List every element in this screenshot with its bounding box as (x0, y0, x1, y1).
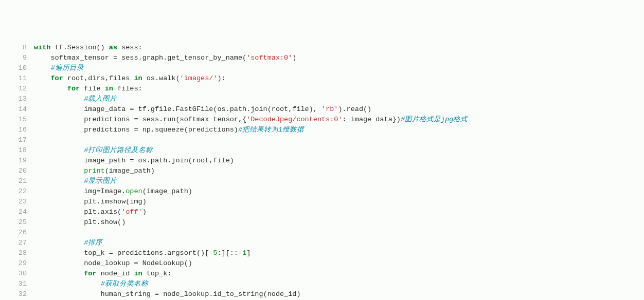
line-number: 15 (0, 115, 27, 125)
line-number: 18 (0, 145, 27, 156)
code-token: plt.imshow(img) (34, 198, 147, 205)
code-token: human_string = node_lookup.id_to_string(… (34, 290, 300, 298)
code-token: ): (218, 74, 226, 82)
code-line (34, 135, 644, 145)
code-token: 'softmax:0' (246, 54, 292, 62)
code-token: root,dirs,files (63, 74, 134, 82)
code-line: top_k = predictions.argsort()[-5:][::-1] (34, 248, 644, 258)
code-line: with tf.Session() as sess: (34, 43, 644, 53)
code-line: predictions = np.squeeze(predictions)#把结… (34, 125, 644, 135)
code-token: in (105, 85, 113, 92)
code-token: node_id (97, 270, 134, 277)
code-token (34, 239, 84, 247)
line-number: 26 (0, 228, 27, 238)
code-token: #把结果转为1维数据 (238, 126, 304, 134)
code-token: ) (292, 54, 296, 62)
code-token (34, 64, 50, 72)
code-line: #获取分类名称 (34, 279, 644, 289)
code-token (34, 177, 84, 185)
code-token: in (134, 74, 142, 82)
code-token (34, 85, 67, 92)
code-token: as (109, 44, 117, 51)
code-line: print(image_path) (34, 166, 644, 176)
line-number: 22 (0, 186, 27, 197)
code-token: predictions = sess.run(softmax_tensor,{ (34, 116, 246, 123)
code-token: 1 (242, 249, 246, 257)
code-line: human_string = node_lookup.id_to_string(… (34, 289, 644, 299)
code-token (34, 146, 84, 154)
code-token: 'images/' (180, 74, 218, 82)
code-token: softmax_tensor = sess.graph.get_tensor_b… (34, 54, 246, 62)
code-token: 'off' (121, 208, 142, 216)
line-number: 21 (0, 176, 27, 186)
code-line: image_data = tf.gfile.FastGFile(os.path.… (34, 104, 644, 115)
code-line: for node_id in top_k: (34, 269, 644, 279)
code-token: image_path = os.path.join(root,file) (34, 157, 234, 164)
code-token: print (84, 167, 105, 175)
code-token: img=Image. (34, 188, 126, 195)
code-token: tf.Session() (50, 44, 109, 51)
code-line: plt.show() (34, 217, 644, 228)
code-line (34, 228, 644, 238)
code-token: predictions = np.squeeze(predictions) (34, 126, 238, 134)
code-token: (image_path) (105, 167, 155, 175)
code-token: ).read() (338, 105, 371, 113)
code-token: 'rb' (321, 105, 338, 113)
code-token: top_k: (142, 270, 172, 277)
code-line: plt.axis('off') (34, 207, 644, 217)
code-token: image_data = tf.gfile.FastGFile(os.path.… (34, 105, 321, 113)
code-area[interactable]: with tf.Session() as sess: softmax_tenso… (34, 43, 644, 300)
line-number: 20 (0, 166, 27, 176)
line-number: 8 (0, 43, 27, 53)
code-token: ] (246, 249, 251, 257)
line-number: 27 (0, 238, 27, 248)
code-line: node_lookup = NodeLookup() (34, 258, 644, 269)
code-token: #排序 (84, 239, 102, 247)
line-number: 23 (0, 197, 27, 207)
code-line: img=Image.open(image_path) (34, 186, 644, 197)
line-number: 31 (0, 279, 27, 289)
line-number: 9 (0, 53, 27, 63)
line-number-gutter: 8910111213141516171819202122232425262728… (0, 43, 34, 300)
code-line: #排序 (34, 238, 644, 248)
line-number: 16 (0, 125, 27, 135)
code-token: #载入图片 (84, 95, 117, 103)
line-number: 13 (0, 94, 27, 104)
code-token: #图片格式是jpg格式 (401, 116, 468, 123)
code-editor: 8910111213141516171819202122232425262728… (0, 41, 644, 300)
line-number: 14 (0, 104, 27, 115)
code-token (34, 95, 84, 103)
line-number: 29 (0, 258, 27, 269)
code-token (34, 136, 84, 144)
line-number: 12 (0, 84, 27, 94)
code-token: sess: (117, 44, 142, 51)
code-token: file (80, 85, 105, 92)
code-token (34, 74, 50, 82)
line-number: 32 (0, 289, 27, 299)
code-token: #显示图片 (84, 177, 117, 185)
code-token: node_lookup = NodeLookup() (34, 259, 192, 267)
code-line: #打印图片路径及名称 (34, 145, 644, 156)
code-token: files: (113, 85, 142, 92)
code-token: top_k = predictions.argsort()[- (34, 249, 213, 257)
code-token: #遍历目录 (50, 64, 83, 72)
line-number: 10 (0, 63, 27, 73)
code-token (34, 167, 84, 175)
code-token: os.walk( (142, 74, 180, 82)
code-line: #载入图片 (34, 94, 644, 104)
code-token: for (50, 74, 63, 82)
line-number: 11 (0, 73, 27, 84)
code-line: predictions = sess.run(softmax_tensor,{'… (34, 115, 644, 125)
line-number: 17 (0, 135, 27, 145)
code-token: ) (142, 208, 147, 216)
code-token: plt.show() (34, 218, 126, 226)
code-token: with (34, 44, 50, 51)
code-line: for file in files: (34, 84, 644, 94)
line-number: 30 (0, 269, 27, 279)
code-token (34, 280, 101, 288)
code-token: plt.axis( (34, 208, 121, 216)
code-token: in (134, 270, 142, 277)
code-line: #遍历目录 (34, 63, 644, 73)
code-token: open (126, 188, 142, 195)
code-line: image_path = os.path.join(root,file) (34, 156, 644, 166)
